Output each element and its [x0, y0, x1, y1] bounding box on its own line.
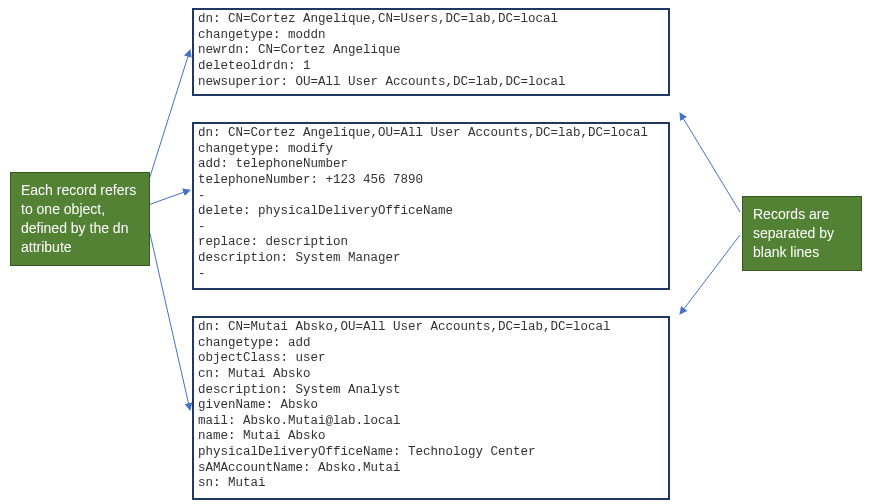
callout-dn-attribute: Each record refers to one object, define…: [10, 172, 150, 266]
svg-line-4: [680, 235, 740, 314]
svg-line-1: [148, 190, 190, 205]
svg-line-0: [148, 50, 190, 183]
svg-line-3: [680, 113, 740, 212]
callout-blank-lines: Records are separated by blank lines: [742, 196, 862, 271]
svg-line-2: [148, 225, 190, 410]
ldif-record-3: dn: CN=Mutai Absko,OU=All User Accounts,…: [192, 316, 670, 500]
ldif-record-1: dn: CN=Cortez Angelique,CN=Users,DC=lab,…: [192, 8, 670, 96]
ldif-record-2: dn: CN=Cortez Angelique,OU=All User Acco…: [192, 122, 670, 290]
